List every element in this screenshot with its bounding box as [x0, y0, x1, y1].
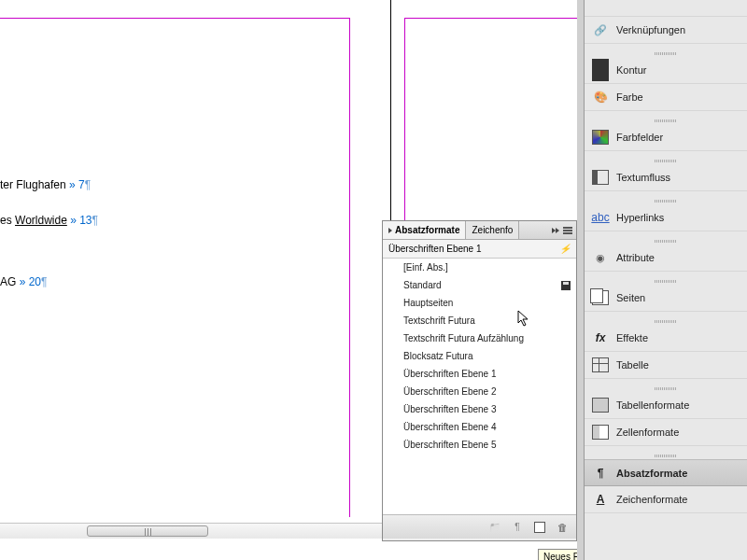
- ic-color-icon: [592, 90, 609, 105]
- paragraph-style-item[interactable]: Textschrift Futura Aufzählung: [383, 329, 576, 347]
- tab-zeichenformate[interactable]: Zeichenfo: [466, 221, 519, 239]
- dock-item-label: Zellenformate: [616, 427, 679, 438]
- tab-label: Zeichenfo: [472, 225, 513, 235]
- style-item-label: Standard: [403, 280, 442, 290]
- delete-style-icon[interactable]: [556, 521, 569, 534]
- panel-tab-bar: Absatzformate Zeichenfo: [383, 221, 576, 240]
- paragraph-style-item[interactable]: Textschrift Futura: [383, 312, 576, 329]
- dock-item-farbe[interactable]: Farbe: [585, 84, 747, 111]
- dock-item-absatzformate[interactable]: Absatzformate: [585, 459, 747, 486]
- expand-panel-icon[interactable]: [552, 228, 559, 233]
- style-item-label: [Einf. Abs.]: [403, 262, 448, 273]
- paragraph-style-item[interactable]: Blocksatz Futura: [383, 347, 576, 365]
- paragraph-style-list[interactable]: [Einf. Abs.]StandardHauptseitenTextschri…: [383, 259, 576, 464]
- dock-grip[interactable]: [585, 117, 747, 124]
- style-item-label: Hauptseiten: [403, 298, 453, 308]
- toc-line-1[interactable]: ter Flughafen » 7¶: [0, 178, 91, 191]
- dock-item-label: Verknüpfungen: [616, 24, 685, 35]
- pilcrow-icon: ¶: [92, 214, 98, 227]
- scrollbar-thumb[interactable]: [87, 525, 208, 537]
- paragraph-styles-panel[interactable]: Absatzformate Zeichenfo Überschriften Eb…: [382, 220, 577, 541]
- toc-underlined: Worldwide: [15, 214, 67, 227]
- dock-item-zellenformate[interactable]: Zellenformate: [585, 419, 747, 446]
- dock-grip[interactable]: [585, 197, 747, 204]
- dock-item-label: Farbe: [616, 91, 643, 103]
- style-item-label: Überschriften Ebene 3: [403, 404, 497, 414]
- dock-item-verknüpfungen[interactable]: Verknüpfungen: [585, 17, 747, 44]
- ic-fx-icon: fx: [592, 330, 609, 345]
- ic-links-icon: [592, 22, 609, 37]
- dock-item-farbfelder[interactable]: Farbfelder: [585, 124, 747, 151]
- dock-grip[interactable]: [585, 385, 747, 392]
- paragraph-style-item[interactable]: Überschriften Ebene 1: [383, 365, 576, 383]
- dock-item-tabellenformate[interactable]: Tabellenformate: [585, 392, 747, 419]
- toc-text: ter Flughafen: [0, 178, 66, 191]
- quick-apply-icon[interactable]: ⚡: [559, 244, 571, 254]
- paragraph-style-item[interactable]: Überschriften Ebene 2: [383, 383, 576, 400]
- toc-line-2[interactable]: es Worldwide » 13¶: [0, 214, 98, 227]
- dock-item-label: Effekte: [616, 332, 648, 343]
- right-dock: VerknüpfungenKonturFarbeFarbfelderTextum…: [584, 0, 747, 560]
- ic-cfmt-icon: [592, 425, 609, 440]
- dock-item-label: Absatzformate: [616, 468, 687, 479]
- toc-sep: »: [67, 214, 79, 227]
- clear-overrides-icon[interactable]: [511, 521, 524, 534]
- paragraph-style-item[interactable]: Überschriften Ebene 5: [383, 436, 576, 454]
- tab-label: Absatzformate: [395, 225, 459, 235]
- dock-item-hyperlinks[interactable]: abcHyperlinks: [585, 204, 747, 231]
- style-item-label: Textschrift Futura: [403, 315, 475, 326]
- current-style-row: Überschriften Ebene 1 ⚡: [383, 240, 576, 259]
- toc-sep: »: [20, 275, 29, 288]
- dock-item-label: Tabellenformate: [616, 399, 689, 411]
- paragraph-style-item[interactable]: Standard: [383, 276, 576, 294]
- style-item-label: Überschriften Ebene 1: [403, 369, 497, 379]
- ic-stroke-icon: [592, 63, 609, 77]
- toc-line-3[interactable]: AG » 20¶: [0, 275, 48, 288]
- ic-tfmt-icon: [592, 398, 609, 413]
- new-style-button[interactable]: [533, 521, 546, 534]
- style-item-label: Überschriften Ebene 2: [403, 386, 497, 397]
- ic-pages-icon: [592, 290, 609, 305]
- new-group-icon[interactable]: [488, 521, 501, 534]
- dock-grip[interactable]: [585, 49, 747, 57]
- dock-item-label: Seiten: [616, 292, 645, 303]
- dock-item-attribute[interactable]: Attribute: [585, 245, 747, 272]
- paragraph-style-item[interactable]: [Einf. Abs.]: [383, 259, 576, 276]
- toc-page-num: 7: [78, 178, 85, 191]
- style-item-label: Textschrift Futura Aufzählung: [403, 333, 524, 343]
- dock-grip[interactable]: [585, 317, 747, 325]
- panel-icon: [592, 1, 609, 16]
- dock-grip[interactable]: [585, 237, 747, 245]
- ic-wrap-icon: [592, 170, 609, 185]
- ic-table-icon: [592, 357, 609, 372]
- ic-hyper-icon: abc: [592, 210, 609, 225]
- dock-item-zeichenformate[interactable]: AZeichenformate: [585, 486, 747, 513]
- dock-item-effekte[interactable]: fxEffekte: [585, 325, 747, 352]
- dock-item-tabelle[interactable]: Tabelle: [585, 352, 747, 379]
- style-item-label: Überschriften Ebene 4: [403, 422, 497, 432]
- dock-item-label: Farbfelder: [616, 132, 663, 143]
- dock-item-textumfluss[interactable]: Textumfluss: [585, 164, 747, 191]
- toc-text: AG: [0, 275, 20, 288]
- paragraph-style-item[interactable]: Überschriften Ebene 3: [383, 400, 576, 418]
- ic-cfont-icon: A: [592, 492, 609, 507]
- panel-menu-icon[interactable]: [563, 227, 572, 234]
- dock-grip[interactable]: [585, 452, 747, 459]
- dock-grip[interactable]: [585, 277, 747, 285]
- current-style-label: Überschriften Ebene 1: [388, 244, 482, 254]
- paragraph-style-item[interactable]: Überschriften Ebene 4: [383, 418, 576, 436]
- collapse-arrow-icon: [388, 228, 392, 233]
- paragraph-style-item[interactable]: Hauptseiten: [383, 294, 576, 312]
- dock-item-top[interactable]: [585, 0, 747, 17]
- tab-absatzformate[interactable]: Absatzformate: [383, 221, 466, 239]
- dock-item-label: Tabelle: [616, 359, 649, 371]
- dock-item-seiten[interactable]: Seiten: [585, 285, 747, 312]
- dock-item-kontur[interactable]: Kontur: [585, 57, 747, 84]
- dock-item-label: Textumfluss: [616, 172, 670, 183]
- ic-pfmt-icon: [592, 466, 609, 481]
- dock-item-label: Kontur: [616, 64, 646, 76]
- style-item-label: Überschriften Ebene 5: [403, 440, 497, 450]
- toc-page-num: 20: [29, 275, 41, 288]
- toc-page-num: 13: [79, 214, 92, 227]
- dock-grip[interactable]: [585, 157, 747, 164]
